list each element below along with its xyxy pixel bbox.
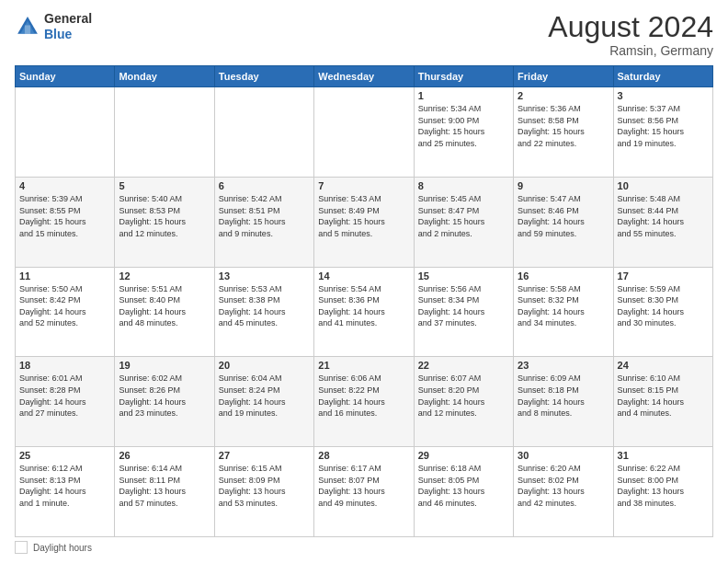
logo: General Blue xyxy=(15,11,92,42)
day-info: Sunrise: 5:58 AM Sunset: 8:32 PM Dayligh… xyxy=(518,283,609,329)
day-cell: 1Sunrise: 5:34 AM Sunset: 9:00 PM Daylig… xyxy=(414,87,513,178)
day-info: Sunrise: 5:47 AM Sunset: 8:46 PM Dayligh… xyxy=(518,193,609,239)
week-row-2: 11Sunrise: 5:50 AM Sunset: 8:42 PM Dayli… xyxy=(16,267,713,357)
day-info: Sunrise: 5:48 AM Sunset: 8:44 PM Dayligh… xyxy=(618,193,709,239)
day-cell: 8Sunrise: 5:45 AM Sunset: 8:47 PM Daylig… xyxy=(414,177,513,267)
day-info: Sunrise: 6:07 AM Sunset: 8:20 PM Dayligh… xyxy=(418,373,509,419)
day-number: 28 xyxy=(318,450,409,461)
month-year: August 2024 xyxy=(548,11,713,43)
day-number: 21 xyxy=(318,360,409,371)
header-row: SundayMondayTuesdayWednesdayThursdayFrid… xyxy=(16,66,713,87)
day-cell: 10Sunrise: 5:48 AM Sunset: 8:44 PM Dayli… xyxy=(613,177,712,267)
day-info: Sunrise: 5:43 AM Sunset: 8:49 PM Dayligh… xyxy=(318,193,409,239)
day-number: 20 xyxy=(219,360,310,371)
week-row-1: 4Sunrise: 5:39 AM Sunset: 8:55 PM Daylig… xyxy=(16,177,713,267)
day-cell: 3Sunrise: 5:37 AM Sunset: 8:56 PM Daylig… xyxy=(613,87,712,178)
page: General Blue August 2024 Ramsin, Germany… xyxy=(0,0,728,563)
day-info: Sunrise: 5:34 AM Sunset: 9:00 PM Dayligh… xyxy=(418,103,509,149)
day-number: 24 xyxy=(618,360,709,371)
day-cell: 15Sunrise: 5:56 AM Sunset: 8:34 PM Dayli… xyxy=(414,267,513,357)
day-cell: 6Sunrise: 5:42 AM Sunset: 8:51 PM Daylig… xyxy=(214,177,313,267)
logo-blue: Blue xyxy=(44,27,92,42)
calendar-table: SundayMondayTuesdayWednesdayThursdayFrid… xyxy=(15,65,713,537)
day-info: Sunrise: 5:45 AM Sunset: 8:47 PM Dayligh… xyxy=(418,193,509,239)
day-info: Sunrise: 5:39 AM Sunset: 8:55 PM Dayligh… xyxy=(19,193,110,239)
day-number: 30 xyxy=(518,450,609,461)
logo-general: General xyxy=(44,11,92,27)
day-cell: 4Sunrise: 5:39 AM Sunset: 8:55 PM Daylig… xyxy=(16,177,115,267)
day-number: 5 xyxy=(119,180,210,191)
day-number: 23 xyxy=(518,360,609,371)
day-number: 12 xyxy=(119,270,210,282)
day-number: 22 xyxy=(418,360,509,371)
day-cell: 23Sunrise: 6:09 AM Sunset: 8:18 PM Dayli… xyxy=(514,357,613,447)
day-cell: 26Sunrise: 6:14 AM Sunset: 8:11 PM Dayli… xyxy=(115,447,214,537)
day-cell: 31Sunrise: 6:22 AM Sunset: 8:00 PM Dayli… xyxy=(613,447,712,537)
day-cell xyxy=(16,87,115,178)
day-info: Sunrise: 6:01 AM Sunset: 8:28 PM Dayligh… xyxy=(19,373,110,419)
day-number: 2 xyxy=(518,90,609,101)
day-info: Sunrise: 5:50 AM Sunset: 8:42 PM Dayligh… xyxy=(19,283,110,329)
day-info: Sunrise: 6:15 AM Sunset: 8:09 PM Dayligh… xyxy=(219,463,310,509)
day-cell: 19Sunrise: 6:02 AM Sunset: 8:26 PM Dayli… xyxy=(115,357,214,447)
header-cell-friday: Friday xyxy=(514,66,613,87)
day-number: 29 xyxy=(418,450,509,461)
day-info: Sunrise: 6:12 AM Sunset: 8:13 PM Dayligh… xyxy=(19,463,110,509)
day-cell: 2Sunrise: 5:36 AM Sunset: 8:58 PM Daylig… xyxy=(514,87,613,178)
day-cell xyxy=(214,87,313,178)
day-number: 10 xyxy=(618,180,709,191)
day-info: Sunrise: 5:36 AM Sunset: 8:58 PM Dayligh… xyxy=(518,103,609,149)
day-info: Sunrise: 6:18 AM Sunset: 8:05 PM Dayligh… xyxy=(418,463,509,509)
day-cell: 28Sunrise: 6:17 AM Sunset: 8:07 PM Dayli… xyxy=(314,447,414,537)
title-area: August 2024 Ramsin, Germany xyxy=(548,11,713,58)
day-info: Sunrise: 6:09 AM Sunset: 8:18 PM Dayligh… xyxy=(518,373,609,419)
day-number: 14 xyxy=(318,270,409,282)
day-number: 13 xyxy=(219,270,310,282)
day-cell: 20Sunrise: 6:04 AM Sunset: 8:24 PM Dayli… xyxy=(214,357,313,447)
week-row-0: 1Sunrise: 5:34 AM Sunset: 9:00 PM Daylig… xyxy=(16,87,713,178)
day-cell: 7Sunrise: 5:43 AM Sunset: 8:49 PM Daylig… xyxy=(314,177,414,267)
header: General Blue August 2024 Ramsin, Germany xyxy=(15,11,713,58)
day-cell: 5Sunrise: 5:40 AM Sunset: 8:53 PM Daylig… xyxy=(115,177,214,267)
day-info: Sunrise: 5:54 AM Sunset: 8:36 PM Dayligh… xyxy=(318,283,409,329)
day-number: 27 xyxy=(219,450,310,461)
day-number: 3 xyxy=(618,90,709,101)
header-cell-monday: Monday xyxy=(115,66,214,87)
day-number: 15 xyxy=(418,270,509,282)
day-cell: 11Sunrise: 5:50 AM Sunset: 8:42 PM Dayli… xyxy=(16,267,115,357)
day-number: 19 xyxy=(119,360,210,371)
day-number: 26 xyxy=(119,450,210,461)
day-cell: 9Sunrise: 5:47 AM Sunset: 8:46 PM Daylig… xyxy=(514,177,613,267)
day-info: Sunrise: 5:59 AM Sunset: 8:30 PM Dayligh… xyxy=(618,283,709,329)
day-cell xyxy=(115,87,214,178)
week-row-4: 25Sunrise: 6:12 AM Sunset: 8:13 PM Dayli… xyxy=(16,447,713,537)
day-cell: 14Sunrise: 5:54 AM Sunset: 8:36 PM Dayli… xyxy=(314,267,414,357)
day-info: Sunrise: 6:17 AM Sunset: 8:07 PM Dayligh… xyxy=(318,463,409,509)
day-info: Sunrise: 5:56 AM Sunset: 8:34 PM Dayligh… xyxy=(418,283,509,329)
day-cell: 25Sunrise: 6:12 AM Sunset: 8:13 PM Dayli… xyxy=(16,447,115,537)
day-info: Sunrise: 6:22 AM Sunset: 8:00 PM Dayligh… xyxy=(618,463,709,509)
day-info: Sunrise: 5:40 AM Sunset: 8:53 PM Dayligh… xyxy=(119,193,210,239)
footer-box xyxy=(15,541,28,554)
day-cell: 18Sunrise: 6:01 AM Sunset: 8:28 PM Dayli… xyxy=(16,357,115,447)
day-cell: 13Sunrise: 5:53 AM Sunset: 8:38 PM Dayli… xyxy=(214,267,313,357)
day-number: 11 xyxy=(19,270,110,282)
day-cell: 16Sunrise: 5:58 AM Sunset: 8:32 PM Dayli… xyxy=(514,267,613,357)
day-number: 1 xyxy=(418,90,509,101)
day-number: 4 xyxy=(19,180,110,191)
day-number: 7 xyxy=(318,180,409,191)
day-number: 6 xyxy=(219,180,310,191)
logo-text: General Blue xyxy=(44,11,92,42)
day-cell: 17Sunrise: 5:59 AM Sunset: 8:30 PM Dayli… xyxy=(613,267,712,357)
day-number: 8 xyxy=(418,180,509,191)
day-info: Sunrise: 6:02 AM Sunset: 8:26 PM Dayligh… xyxy=(119,373,210,419)
day-cell xyxy=(314,87,414,178)
day-number: 17 xyxy=(618,270,709,282)
day-info: Sunrise: 5:42 AM Sunset: 8:51 PM Dayligh… xyxy=(219,193,310,239)
day-cell: 12Sunrise: 5:51 AM Sunset: 8:40 PM Dayli… xyxy=(115,267,214,357)
day-number: 16 xyxy=(518,270,609,282)
footer-label: Daylight hours xyxy=(33,543,92,553)
day-cell: 22Sunrise: 6:07 AM Sunset: 8:20 PM Dayli… xyxy=(414,357,513,447)
week-row-3: 18Sunrise: 6:01 AM Sunset: 8:28 PM Dayli… xyxy=(16,357,713,447)
day-cell: 21Sunrise: 6:06 AM Sunset: 8:22 PM Dayli… xyxy=(314,357,414,447)
